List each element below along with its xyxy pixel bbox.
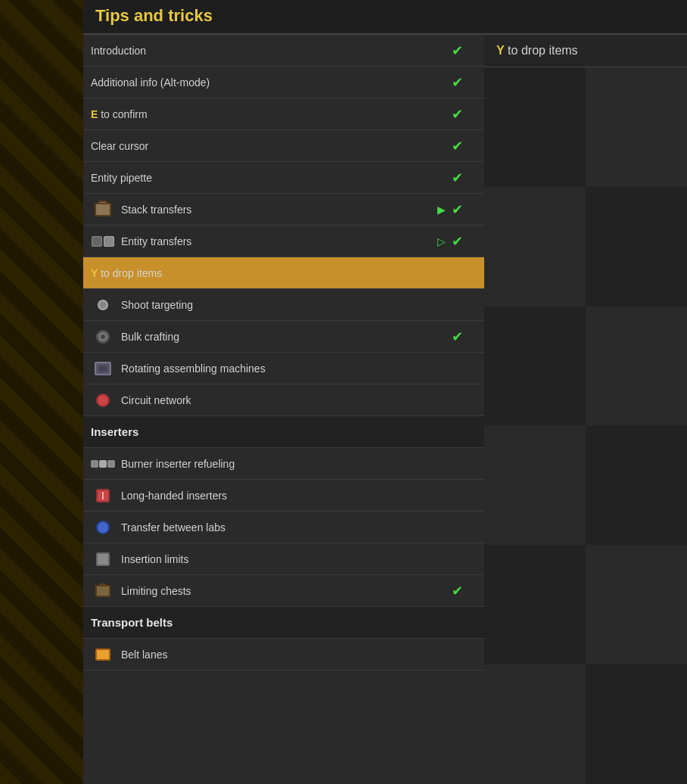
checker-cell <box>484 67 586 187</box>
bullet-icon <box>91 296 115 314</box>
main-panel: Tips and tricks Introduction✔Additional … <box>83 0 687 784</box>
list-item[interactable]: Belt lanes <box>83 639 484 670</box>
preview-content <box>484 67 687 784</box>
item-label: Entity pipette <box>91 172 452 184</box>
item-label: Belt lanes <box>121 649 463 661</box>
title-bar: Tips and tricks <box>83 0 687 35</box>
assembler-icon <box>91 359 115 378</box>
list-item[interactable]: Burner inserter refueling <box>83 448 484 480</box>
item-label: Entity transfers <box>121 235 437 247</box>
check-icon: ✔ <box>452 170 463 186</box>
item-label: E to confirm <box>91 108 452 120</box>
item-label: Y to drop items <box>91 267 463 279</box>
list-item[interactable]: Transfer between labs <box>83 512 484 543</box>
list-item[interactable]: Entity transfers▷✔ <box>83 226 484 257</box>
key-label: Y <box>91 267 98 279</box>
checker-cell <box>484 545 586 664</box>
key-label: E <box>91 108 98 120</box>
list-panel[interactable]: Introduction✔Additional info (Alt-mode)✔… <box>83 35 484 784</box>
list-item[interactable]: Introduction✔ <box>83 35 484 67</box>
checker-cell <box>586 664 687 784</box>
item-label: Introduction <box>91 45 452 57</box>
entity-icon <box>91 232 115 250</box>
preview-panel: Y to drop items <box>484 35 687 784</box>
check-icon: ✔ <box>452 201 463 218</box>
chest-icon <box>91 201 115 219</box>
check-icon: ✔ <box>452 74 463 91</box>
list-item[interactable]: Shoot targeting <box>83 289 484 321</box>
list-item[interactable]: Bulk crafting✔ <box>83 321 484 353</box>
section-label: Transport belts <box>91 616 173 629</box>
list-item[interactable]: Long-handed inserters <box>83 480 484 512</box>
item-label: Burner inserter refueling <box>121 458 463 470</box>
list-item[interactable]: Stack transfers▶✔ <box>83 194 484 226</box>
check-icon: ✔ <box>452 42 463 59</box>
check-icon: ✔ <box>452 583 463 599</box>
list-item[interactable]: Y to drop items <box>83 257 484 289</box>
checker-cell <box>586 187 687 306</box>
preview-key: Y <box>496 44 505 57</box>
play-icon[interactable]: ▶ <box>437 204 446 216</box>
item-label: Insertion limits <box>121 553 463 565</box>
item-label: Shoot targeting <box>121 299 463 311</box>
chest2-icon <box>91 582 115 600</box>
list-item[interactable]: E to confirm✔ <box>83 98 484 130</box>
item-label: Additional info (Alt-mode) <box>91 76 452 89</box>
gear-icon <box>91 328 115 346</box>
lab-icon <box>91 518 115 537</box>
check-icon: ✔ <box>452 106 463 123</box>
item-label: Clear cursor <box>91 140 452 152</box>
list-item[interactable]: Entity pipette✔ <box>83 162 484 194</box>
inserter3-icon <box>91 550 115 568</box>
check-icon: ✔ <box>452 328 463 345</box>
check-icon: ✔ <box>452 233 463 250</box>
checker-cell <box>484 187 586 306</box>
checker-cell <box>484 664 586 784</box>
checker-cell <box>586 545 687 664</box>
checker-cell <box>586 67 687 187</box>
game-sidebar <box>0 0 83 784</box>
circuit-icon <box>91 391 115 409</box>
list-item[interactable]: Additional info (Alt-mode)✔ <box>83 67 484 98</box>
checker-cell <box>586 425 687 545</box>
inserter2-icon <box>91 487 115 505</box>
item-label: Stack transfers <box>121 204 437 216</box>
check-icon: ✔ <box>452 138 463 154</box>
section-header: Transport belts <box>83 607 484 639</box>
item-label: Long-handed inserters <box>121 490 463 502</box>
preview-title: Y to drop items <box>484 35 687 67</box>
list-item[interactable]: Insertion limits <box>83 543 484 575</box>
section-header: Inserters <box>83 416 484 448</box>
checker-cell <box>484 425 586 545</box>
item-label: Bulk crafting <box>121 331 452 343</box>
list-item[interactable]: Clear cursor✔ <box>83 130 484 162</box>
list-item[interactable]: Limiting chests✔ <box>83 575 484 607</box>
list-item[interactable]: Circuit network <box>83 384 484 416</box>
item-label: Rotating assembling machines <box>121 362 463 375</box>
section-label: Inserters <box>91 425 138 438</box>
play-outline-icon[interactable]: ▷ <box>437 235 446 247</box>
item-label: Circuit network <box>121 394 463 406</box>
checker-cell <box>586 306 687 426</box>
content-area: Introduction✔Additional info (Alt-mode)✔… <box>83 35 687 784</box>
item-label: Transfer between labs <box>121 521 463 534</box>
belt-icon <box>91 646 115 664</box>
item-label: Limiting chests <box>121 585 452 597</box>
inserter-icon <box>91 455 115 473</box>
window-title: Tips and tricks <box>95 6 675 26</box>
preview-title-text: to drop items <box>505 44 578 57</box>
list-item[interactable]: Rotating assembling machines <box>83 353 484 384</box>
checker-cell <box>484 306 586 426</box>
